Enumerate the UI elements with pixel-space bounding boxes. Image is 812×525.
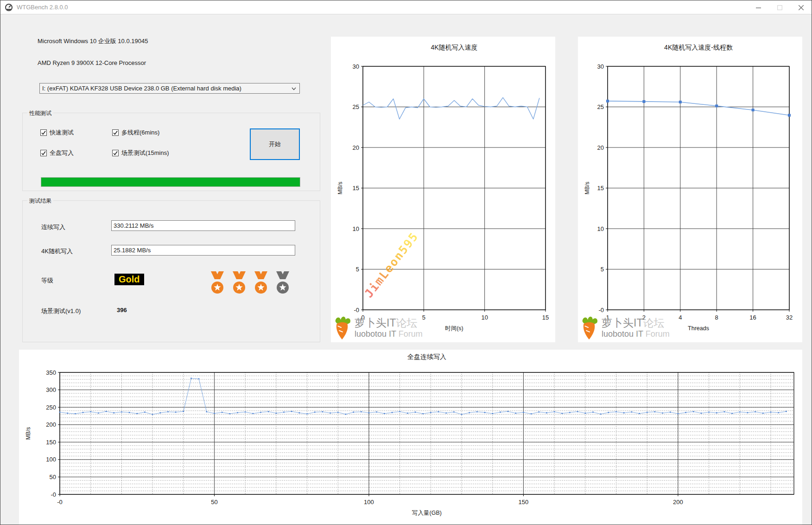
chart-4k-random-write-threads: 12481632-0510152025304K随机写入速度-线程数Threads… (578, 37, 802, 342)
medal-icons (209, 271, 292, 295)
svg-text:-0: -0 (598, 307, 604, 314)
svg-text:300: 300 (46, 386, 56, 393)
svg-text:16: 16 (749, 314, 756, 321)
svg-text:50: 50 (211, 499, 217, 506)
svg-text:150: 150 (46, 439, 56, 446)
checkmark-icon (113, 150, 118, 156)
carrot-logo-icon (332, 315, 352, 340)
sequential-write-text: 330.2112 MB/s (114, 222, 153, 229)
forum-name-en: luobotou IT (355, 329, 399, 339)
forum-watermark: 萝卜头IT论坛 luobotou IT Forum (332, 315, 423, 340)
gauge-app-icon (5, 3, 13, 12)
app-window: WTGBench 2.8.0.0 Microsoft Windows 10 企业… (0, 0, 812, 525)
scene-test-label: 场景测试(v1.0) (41, 307, 81, 315)
svg-text:30: 30 (353, 63, 359, 70)
medal-icon (274, 271, 292, 295)
svg-text:5: 5 (356, 266, 359, 273)
checkbox-label: 多线程(6mins) (121, 128, 159, 137)
close-button[interactable] (790, 0, 812, 14)
random-write-label: 4K随机写入 (41, 247, 73, 256)
checkbox-box (112, 150, 119, 156)
chart-full-disk-write: -050100150200-050100150200250300350全盘连续写… (19, 350, 802, 525)
carrot-logo-icon (579, 315, 599, 340)
forum-name-cn: 萝卜头IT (602, 317, 643, 329)
forum-name-cn-light: 论坛 (643, 317, 664, 329)
svg-text:32: 32 (786, 314, 793, 321)
medal-icon (209, 271, 226, 295)
minimize-icon (756, 5, 761, 10)
svg-text:15: 15 (353, 185, 359, 192)
svg-text:5: 5 (422, 314, 425, 321)
svg-text:10: 10 (353, 225, 359, 232)
sequential-write-label: 连续写入 (41, 223, 65, 231)
checkmark-icon (41, 150, 46, 156)
svg-text:10: 10 (481, 314, 488, 321)
random-write-value[interactable]: 25.1882 MB/s (111, 245, 295, 256)
chevron-down-icon (292, 87, 296, 90)
test-results-group: 测试结果 连续写入 330.2112 MB/s 4K随机写入 25.1882 M… (22, 200, 320, 342)
svg-text:150: 150 (519, 499, 529, 506)
sequential-write-value[interactable]: 330.2112 MB/s (111, 220, 295, 231)
svg-text:写入量(GB): 写入量(GB) (412, 510, 442, 516)
svg-text:350: 350 (46, 369, 56, 376)
chart-canvas: 051015-0510152025304K随机写入速度时间(s)MB/s (331, 37, 555, 344)
svg-text:100: 100 (46, 456, 56, 463)
start-button[interactable]: 开始 (250, 128, 300, 160)
svg-text:15: 15 (597, 185, 604, 192)
svg-text:4: 4 (679, 314, 682, 321)
minimize-button[interactable] (748, 0, 769, 14)
svg-text:250: 250 (46, 404, 56, 411)
svg-text:4K随机写入速度-线程数: 4K随机写入速度-线程数 (664, 44, 733, 51)
checkbox-label: 全盘写入 (50, 149, 74, 157)
checkbox-full-disk-write[interactable]: 全盘写入 (40, 149, 74, 157)
checkbox-label: 场景测试(15mins) (121, 149, 169, 157)
svg-text:5: 5 (601, 266, 604, 273)
forum-name-cn: 萝卜头IT (355, 317, 396, 329)
forum-name-en-light: Forum (646, 329, 670, 339)
svg-text:100: 100 (364, 499, 374, 506)
svg-text:全盘连续写入: 全盘连续写入 (407, 353, 446, 360)
drive-select[interactable]: I: (exFAT) KDATA KF328 USB Device 238.0 … (39, 83, 300, 94)
os-info: Microsoft Windows 10 企业版 10.0.19045 (38, 37, 148, 45)
svg-text:20: 20 (597, 144, 604, 151)
svg-text:25: 25 (597, 103, 604, 110)
svg-text:8: 8 (715, 314, 718, 321)
chart-canvas: 12481632-0510152025304K随机写入速度-线程数Threads… (578, 37, 802, 344)
cpu-info: AMD Ryzen 9 3900X 12-Core Processor (38, 59, 146, 66)
svg-text:-0: -0 (354, 307, 359, 314)
results-group-label: 测试结果 (27, 197, 53, 205)
checkmark-icon (41, 130, 46, 135)
performance-group-label: 性能测试 (27, 109, 53, 117)
checkbox-box (40, 129, 47, 136)
chart-4k-random-write-time: 051015-0510152025304K随机写入速度时间(s)MB/s Jim… (331, 37, 555, 342)
svg-text:10: 10 (597, 225, 604, 232)
svg-text:MB/s: MB/s (584, 182, 590, 194)
window-title: WTGBench 2.8.0.0 (17, 4, 68, 11)
grade-label: 等级 (41, 276, 53, 285)
svg-text:200: 200 (673, 499, 683, 506)
random-write-text: 25.1882 MB/s (114, 247, 151, 254)
drive-select-value: I: (exFAT) KDATA KF328 USB Device 238.0 … (42, 85, 241, 92)
svg-text:50: 50 (50, 474, 56, 480)
title-bar: WTGBench 2.8.0.0 (0, 0, 812, 14)
checkbox-box (40, 150, 47, 156)
svg-text:MB/s: MB/s (25, 427, 32, 440)
performance-test-group: 性能测试 快速测试 多线程(6mins) 全盘写入 场景测试(15mins) 开… (22, 113, 320, 191)
checkbox-label: 快速测试 (50, 128, 74, 137)
svg-text:200: 200 (46, 421, 56, 428)
progress-bar (41, 177, 300, 187)
chart-canvas: -050100150200-050100150200250300350全盘连续写… (19, 350, 802, 525)
forum-name-en: luobotou IT (602, 329, 646, 339)
grade-badge: Gold (114, 274, 144, 285)
forum-name-en-light: Forum (399, 329, 423, 339)
checkbox-quick-test[interactable]: 快速测试 (40, 128, 74, 137)
close-icon (799, 5, 804, 10)
checkbox-scene-test[interactable]: 场景测试(15mins) (112, 149, 169, 157)
checkbox-multithread[interactable]: 多线程(6mins) (112, 128, 159, 137)
forum-name-cn-light: 论坛 (396, 317, 417, 329)
checkmark-icon (113, 130, 118, 135)
svg-text:-0: -0 (57, 499, 63, 506)
scene-test-score: 396 (117, 307, 127, 314)
svg-text:25: 25 (353, 103, 359, 110)
maximize-button[interactable] (769, 0, 790, 14)
